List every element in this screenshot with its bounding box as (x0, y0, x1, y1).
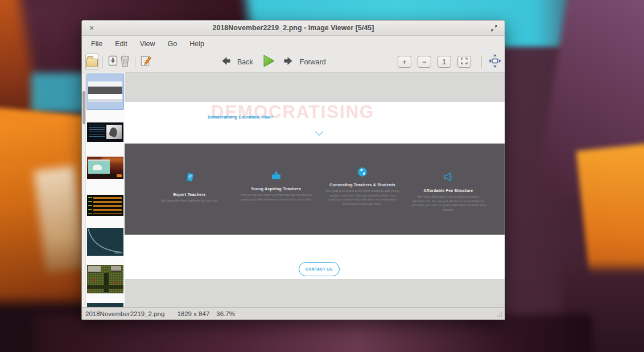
toolbar: Back Forward (82, 52, 505, 72)
normal-size-icon: 1 (442, 58, 446, 66)
forward-arrow-icon (283, 56, 294, 68)
feature-column: Connecting Teachers & Students Our goal … (320, 144, 405, 235)
close-button[interactable]: × (86, 22, 97, 34)
feature-text: We have the best teachers for your kid (147, 199, 232, 203)
open-folder-icon (86, 59, 98, 67)
best-fit-button[interactable] (457, 56, 471, 68)
forward-label[interactable]: Forward (300, 58, 326, 66)
best-fit-icon (461, 58, 468, 66)
back-label[interactable]: Back (237, 58, 253, 66)
page-cta-section: CONTACT US (125, 235, 505, 279)
pan-icon (486, 54, 503, 71)
scroll-down-chevron-icon (315, 128, 324, 138)
menu-item-help[interactable]: Help (183, 37, 210, 51)
toolbar-separator (135, 56, 135, 68)
thumbnail-item[interactable] (87, 122, 123, 142)
titlebar[interactable]: × 2018November2219_2.png - Image Viewer … (82, 21, 505, 36)
menu-item-view[interactable]: View (134, 37, 162, 51)
feature-text: They're not yet expert at what they do, … (233, 193, 319, 202)
trash-button[interactable] (119, 54, 131, 70)
castle-icon (270, 172, 282, 182)
menubar: File Edit View Go Help (82, 36, 505, 52)
book-icon (184, 174, 196, 184)
feature-text: We know Education isn't a business and i… (406, 195, 491, 212)
back-button[interactable] (218, 54, 234, 70)
feature-column: Expert Teachers We have the best teacher… (147, 144, 232, 235)
maximize-button[interactable] (490, 24, 499, 33)
expand-icon (490, 24, 498, 34)
image-display-area: DEMOCRATISING Democratising Education, H… (125, 72, 505, 307)
window-title: 2018November2219_2.png - Image Viewer [5… (82, 24, 505, 32)
status-filename: 2018November2219_2.png (85, 310, 164, 317)
normal-size-button[interactable]: 1 (437, 56, 451, 68)
displayed-image: DEMOCRATISING Democratising Education, H… (125, 102, 505, 279)
thumbnail-list (86, 72, 125, 307)
slideshow-button[interactable] (261, 54, 277, 70)
thumbnail-item[interactable] (87, 303, 123, 307)
thumbnail-item[interactable] (87, 157, 123, 179)
toolbar-separator (481, 56, 482, 68)
save-as-icon (107, 55, 119, 69)
megaphone-icon (443, 174, 455, 184)
pan-button[interactable] (486, 54, 504, 70)
forward-button[interactable] (280, 54, 296, 70)
thumbnail-item[interactable] (87, 265, 123, 293)
save-as-button[interactable] (107, 54, 119, 70)
zoom-group: + − 1 (398, 54, 504, 70)
feature-text: Our goal is to connect the best teachers… (320, 189, 405, 206)
wallpaper-left-sky-patch (31, 73, 88, 113)
feature-title: Expert Teachers (147, 193, 232, 197)
page-hero-section: DEMOCRATISING Democratising Education, H… (125, 102, 505, 144)
feature-column: Young Aspiring Teachers They're not yet … (233, 144, 319, 235)
thumbnail-item-selected[interactable] (86, 73, 124, 110)
menu-item-file[interactable]: File (85, 37, 109, 51)
zoom-in-button[interactable]: + (398, 56, 411, 68)
open-button[interactable] (85, 54, 98, 70)
resize-grip[interactable] (497, 311, 503, 318)
menu-item-edit[interactable]: Edit (109, 37, 134, 51)
edit-button[interactable] (139, 54, 152, 70)
feature-title: Connecting Teachers & Students (320, 183, 405, 187)
slideshow-play-icon (262, 54, 276, 70)
statusbar: 2018November2219_2.png 1829 x 847 36.7% (82, 307, 505, 320)
edit-pencil-icon (139, 55, 152, 69)
status-dimensions: 1829 x 847 (177, 310, 209, 317)
feature-title: Affordable Fee Structure (406, 189, 491, 193)
status-zoom-level: 36.7% (216, 310, 235, 317)
thumbnail-item[interactable] (87, 195, 123, 216)
thumbnail-scrollbar[interactable] (82, 72, 86, 307)
zoom-out-button[interactable]: − (418, 56, 431, 68)
page-heading: Democratising Education, How? (208, 114, 273, 120)
page-features-section: Expert Teachers We have the best teacher… (125, 144, 505, 235)
contact-us-pill: CONTACT US (299, 262, 340, 276)
trash-icon (119, 55, 131, 69)
image-viewer-window: × 2018November2219_2.png - Image Viewer … (81, 20, 505, 320)
content-area: DEMOCRATISING Democratising Education, H… (82, 72, 505, 307)
zoom-out-icon: − (422, 58, 426, 66)
toolbar-separator (102, 56, 103, 68)
thumbnail-scrollbar-thumb[interactable] (82, 91, 85, 124)
zoom-in-icon: + (402, 58, 406, 66)
feature-title: Young Aspiring Teachers (233, 187, 319, 191)
thumbnail-item[interactable] (87, 228, 123, 256)
back-arrow-icon (221, 56, 231, 68)
globe-icon (357, 170, 368, 179)
navigation-group: Back Forward (218, 54, 331, 70)
feature-column: Affordable Fee Structure We know Educati… (406, 144, 491, 235)
menu-item-go[interactable]: Go (162, 37, 184, 51)
thumbnail-webpage-preview (88, 81, 122, 102)
